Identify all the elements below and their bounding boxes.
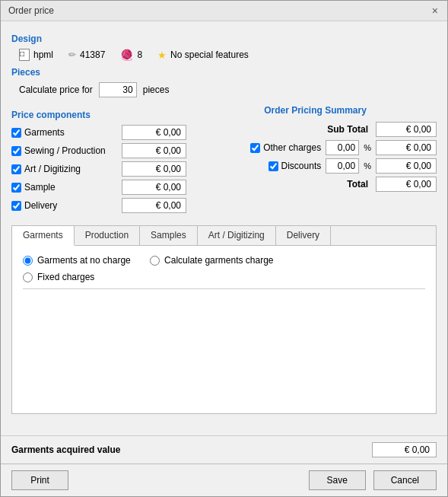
discounts-checkbox[interactable] (268, 161, 278, 171)
close-button[interactable]: × (431, 5, 440, 17)
total-label: Total (347, 179, 368, 190)
main-area: Price components Garments Sewing / Produ… (11, 105, 437, 216)
other-charges-checkbox[interactable] (250, 143, 260, 153)
order-price-window: Order price × Design □ hpml ✏ 41387 🧶 8 … (0, 0, 448, 497)
title-bar: Order price × (1, 1, 447, 21)
garments-fixed-radio[interactable] (23, 272, 33, 282)
document-icon: □ (19, 49, 30, 61)
summary-title: Order Pricing Summary (194, 105, 437, 116)
discounts-value[interactable] (376, 158, 437, 174)
design-count: 🧶 8 (120, 49, 142, 61)
delivery-value[interactable] (122, 198, 186, 213)
footer: Print Save Cancel (1, 464, 447, 496)
sewing-label[interactable]: Sewing / Production (11, 145, 106, 156)
price-components-label: Price components (11, 110, 186, 120)
art-value[interactable] (122, 161, 186, 177)
count-value: 8 (137, 49, 142, 60)
bottom-row: Garments acquired value (1, 435, 447, 464)
sample-checkbox[interactable] (11, 183, 21, 193)
save-button[interactable]: Save (309, 470, 366, 490)
garments-value[interactable] (122, 125, 186, 140)
garments-no-charge-radio[interactable] (23, 256, 33, 266)
other-charges-row: Other charges % (194, 140, 437, 155)
footer-right: Save Cancel (309, 470, 437, 490)
subtotal-row: Sub Total (194, 122, 437, 137)
delivery-checkbox[interactable] (11, 201, 21, 211)
tab-samples[interactable]: Samples (140, 226, 198, 245)
acquired-label: Garments acquired value (11, 444, 120, 455)
star-icon: ★ (157, 49, 167, 61)
sewing-row: Sewing / Production (11, 143, 186, 158)
tabs-container: Garments Production Samples Art / Digiti… (11, 225, 437, 414)
tab-separator (23, 288, 425, 289)
delivery-label[interactable]: Delivery (11, 200, 57, 211)
garments-row: Garments (11, 125, 186, 140)
sewing-value[interactable] (122, 143, 186, 158)
tabs-bar: Garments Production Samples Art / Digiti… (12, 226, 436, 246)
tab-content-garments: Garments at no charge Calculate garments… (12, 246, 436, 413)
design-id: ✏ 41387 (68, 49, 105, 60)
acquired-value[interactable] (372, 442, 437, 457)
tshirt-icon: 🧶 (120, 49, 133, 61)
other-charges-value[interactable] (376, 140, 437, 155)
garments-no-charge-label[interactable]: Garments at no charge (37, 255, 131, 266)
special-features: No special features (170, 49, 249, 60)
discounts-row: Discounts % (194, 158, 437, 174)
garments-calculate-radio[interactable] (150, 256, 160, 266)
other-charges-pct-sign: % (364, 143, 371, 152)
art-checkbox[interactable] (11, 164, 21, 174)
print-button[interactable]: Print (11, 470, 68, 490)
total-row: Total (194, 177, 437, 192)
discounts-pct-sign: % (364, 161, 371, 170)
sample-label[interactable]: Sample (11, 182, 56, 193)
price-components: Price components Garments Sewing / Produ… (11, 105, 186, 216)
discounts-pct[interactable] (326, 158, 359, 174)
design-special: ★ No special features (157, 49, 249, 61)
garments-option3-row: Fixed charges (23, 272, 425, 282)
garments-checkbox[interactable] (11, 128, 21, 138)
doc-name: hpml (33, 49, 53, 60)
art-row: Art / Digitizing (11, 161, 186, 177)
tab-delivery[interactable]: Delivery (276, 226, 331, 245)
pencil-icon: ✏ (68, 49, 76, 60)
doc-id: 41387 (80, 49, 105, 60)
main-content: Design □ hpml ✏ 41387 🧶 8 ★ No special f… (1, 21, 447, 435)
subtotal-value[interactable] (376, 122, 437, 137)
pieces-row: Calculate price for pieces (19, 82, 437, 97)
pieces-section-label: Pieces (11, 67, 437, 78)
tab-garments[interactable]: Garments (12, 226, 75, 246)
other-charges-label[interactable]: Other charges (250, 142, 321, 153)
garments-option1-row: Garments at no charge Calculate garments… (23, 255, 425, 266)
design-row: □ hpml ✏ 41387 🧶 8 ★ No special features (19, 49, 437, 61)
pieces-input[interactable] (99, 82, 137, 97)
sample-row: Sample (11, 180, 186, 195)
garments-fixed-label[interactable]: Fixed charges (37, 272, 94, 282)
subtotal-label: Sub Total (327, 124, 368, 135)
calculate-label: Calculate price for (19, 84, 93, 95)
sample-value[interactable] (122, 180, 186, 195)
delivery-row: Delivery (11, 198, 186, 213)
tab-art-digitizing[interactable]: Art / Digitizing (198, 226, 276, 245)
tab-production[interactable]: Production (75, 226, 140, 245)
pieces-unit: pieces (143, 84, 170, 95)
garments-label[interactable]: Garments (11, 127, 65, 138)
total-value[interactable] (376, 177, 437, 192)
garments-calculate-label[interactable]: Calculate garments charge (164, 255, 273, 266)
other-charges-pct[interactable] (326, 140, 359, 155)
sewing-checkbox[interactable] (11, 146, 21, 156)
order-summary: Order Pricing Summary Sub Total Other ch… (194, 105, 437, 216)
art-label[interactable]: Art / Digitizing (11, 164, 81, 174)
cancel-button[interactable]: Cancel (373, 470, 437, 490)
window-title: Order price (8, 5, 54, 16)
design-section-label: Design (11, 33, 437, 44)
design-doc: □ hpml (19, 49, 53, 61)
discounts-label[interactable]: Discounts (268, 161, 322, 171)
